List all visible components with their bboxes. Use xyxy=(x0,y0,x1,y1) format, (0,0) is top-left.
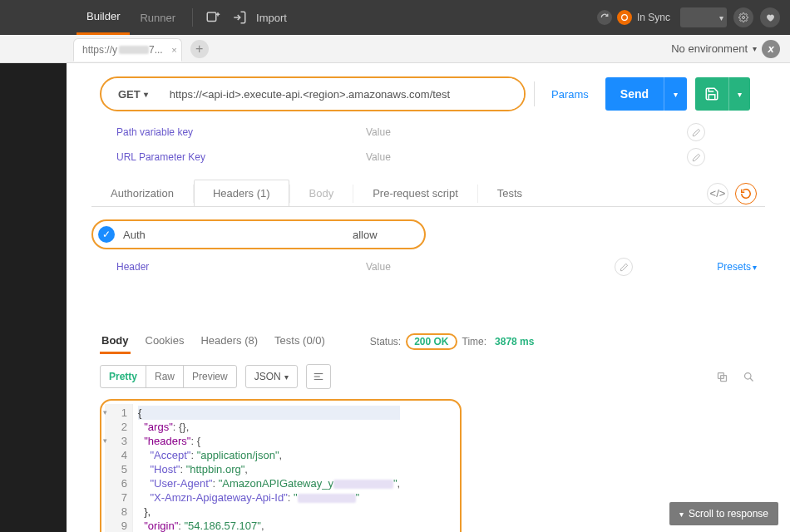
close-icon[interactable]: × xyxy=(171,45,176,55)
save-button-group: ▾ xyxy=(695,77,750,111)
new-header-key-input[interactable]: Header xyxy=(116,261,366,273)
edit-icon[interactable] xyxy=(615,258,633,276)
response-tab-tests[interactable]: Tests (0/0) xyxy=(273,329,327,354)
add-tab-button[interactable]: + xyxy=(190,40,209,58)
heart-icon[interactable] xyxy=(760,7,780,27)
enabled-checkbox[interactable]: ✓ xyxy=(98,226,115,243)
tab-prefix: https://y xyxy=(82,44,117,56)
chevron-down-icon: ▾ xyxy=(753,44,757,53)
topbar: Builder Runner Import In Sync ▾ xyxy=(0,0,790,35)
response-tab-headers[interactable]: Headers (8) xyxy=(199,329,259,354)
url-input[interactable] xyxy=(160,78,524,110)
edit-icon[interactable] xyxy=(687,123,705,141)
status-label: Status: xyxy=(370,336,401,347)
response-view-controls: Pretty Raw Preview JSON▾ xyxy=(67,354,790,396)
code-icon[interactable]: </> xyxy=(707,183,728,204)
scroll-label: Scroll to response xyxy=(689,508,768,520)
svg-point-11 xyxy=(744,372,751,379)
svg-point-5 xyxy=(743,17,745,19)
send-button-group: Send ▾ xyxy=(605,77,687,111)
edit-icon[interactable] xyxy=(687,148,705,166)
response-tab-body[interactable]: Body xyxy=(100,329,131,354)
http-method: GET xyxy=(118,88,141,101)
url-parameter-row: URL Parameter Key Value xyxy=(67,145,790,170)
time-value: 3878 ms xyxy=(495,336,534,347)
reset-icon[interactable] xyxy=(735,183,757,204)
tab-authorization[interactable]: Authorization xyxy=(91,180,193,207)
header-value[interactable]: allow xyxy=(353,229,378,241)
response-tabs: Body Cookies Headers (8) Tests (0/0) xyxy=(100,329,327,354)
import-label[interactable]: Import xyxy=(256,12,287,24)
separator xyxy=(192,8,193,27)
settings-icon[interactable] xyxy=(733,7,753,27)
scroll-to-response-button[interactable]: ▾ Scroll to response xyxy=(669,502,778,525)
http-method-selector[interactable]: GET ▾ xyxy=(101,78,160,110)
new-header-value-input[interactable]: Value xyxy=(366,261,582,273)
environment-vars-icon[interactable]: x xyxy=(762,40,780,58)
code-content[interactable]: { "args": {}, "headers": { "Accept": "ap… xyxy=(133,404,405,532)
save-button[interactable] xyxy=(695,77,728,111)
chevron-down-icon: ▾ xyxy=(144,90,148,99)
path-variable-key-input[interactable]: Path variable key xyxy=(116,126,366,138)
sync-icon-1 xyxy=(597,10,612,25)
chevron-down-icon: ▾ xyxy=(679,510,684,519)
status-code: 200 OK xyxy=(414,336,448,347)
time-label: Time: xyxy=(462,336,487,347)
send-dropdown[interactable]: ▾ xyxy=(664,77,687,111)
sync-icon-2 xyxy=(617,10,632,25)
save-dropdown[interactable]: ▾ xyxy=(728,77,750,111)
format-selector[interactable]: JSON▾ xyxy=(245,365,298,388)
tab-suffix: 7... xyxy=(149,44,163,56)
header-item: ✓ Auth allow xyxy=(91,219,426,249)
svg-point-4 xyxy=(622,15,628,21)
params-button[interactable]: Params xyxy=(543,88,597,101)
tab-strip: https://y7... × + No environment ▾ x xyxy=(0,35,790,63)
path-variable-value-input[interactable]: Value xyxy=(366,126,582,138)
request-tabs: Authorization Headers (1) Body Pre-reque… xyxy=(67,170,790,207)
topbar-tab-builder[interactable]: Builder xyxy=(77,0,130,35)
svg-line-12 xyxy=(750,378,753,381)
path-variable-row: Path variable key Value xyxy=(67,120,790,145)
search-icon[interactable] xyxy=(740,368,757,385)
view-pretty[interactable]: Pretty xyxy=(101,366,146,387)
content: GET ▾ Params Send ▾ ▾ Path variable key … xyxy=(67,63,790,532)
response-body: 1234567891011 { "args": {}, "headers": {… xyxy=(100,399,462,532)
tab-body[interactable]: Body xyxy=(290,180,353,207)
request-pill: GET ▾ xyxy=(100,76,526,111)
tab-prerequest[interactable]: Pre-request script xyxy=(353,180,477,207)
presets-button[interactable]: Presets▾ xyxy=(717,261,757,273)
topbar-tab-runner[interactable]: Runner xyxy=(130,0,185,35)
new-tab-icon[interactable] xyxy=(203,7,223,27)
response-tab-cookies[interactable]: Cookies xyxy=(144,329,186,354)
response-header: Body Cookies Headers (8) Tests (0/0) Sta… xyxy=(67,279,790,354)
tab-redacted xyxy=(119,46,149,54)
view-mode-segment: Pretty Raw Preview xyxy=(100,365,237,388)
headers-list: ✓ Auth allow xyxy=(67,208,790,254)
url-parameter-value-input[interactable]: Value xyxy=(366,151,582,163)
view-preview[interactable]: Preview xyxy=(183,366,236,387)
response-status: Status: 200 OK Time: 3878 ms xyxy=(370,333,535,350)
request-tab[interactable]: https://y7... × xyxy=(73,38,182,62)
environment-selector[interactable]: No environment ▾ x xyxy=(671,40,780,58)
svg-rect-0 xyxy=(207,12,216,22)
user-menu[interactable]: ▾ xyxy=(680,7,727,27)
request-row: GET ▾ Params Send ▾ ▾ xyxy=(67,63,790,120)
view-raw[interactable]: Raw xyxy=(146,366,183,387)
sync-status: In Sync xyxy=(597,10,670,25)
sync-label: In Sync xyxy=(637,12,670,23)
header-key[interactable]: Auth xyxy=(123,229,353,241)
import-icon[interactable] xyxy=(230,7,249,27)
line-gutter: 1234567891011 xyxy=(105,404,133,532)
tab-headers[interactable]: Headers (1) xyxy=(194,180,289,207)
send-button[interactable]: Send xyxy=(605,77,664,111)
environment-label: No environment xyxy=(671,42,748,55)
tab-tests[interactable]: Tests xyxy=(478,180,541,207)
left-gutter xyxy=(0,0,67,532)
wrap-lines-button[interactable] xyxy=(306,364,331,389)
new-header-row: Header Value Presets▾ xyxy=(67,254,790,279)
copy-icon[interactable] xyxy=(713,368,730,385)
url-parameter-key-input[interactable]: URL Parameter Key xyxy=(116,151,366,163)
